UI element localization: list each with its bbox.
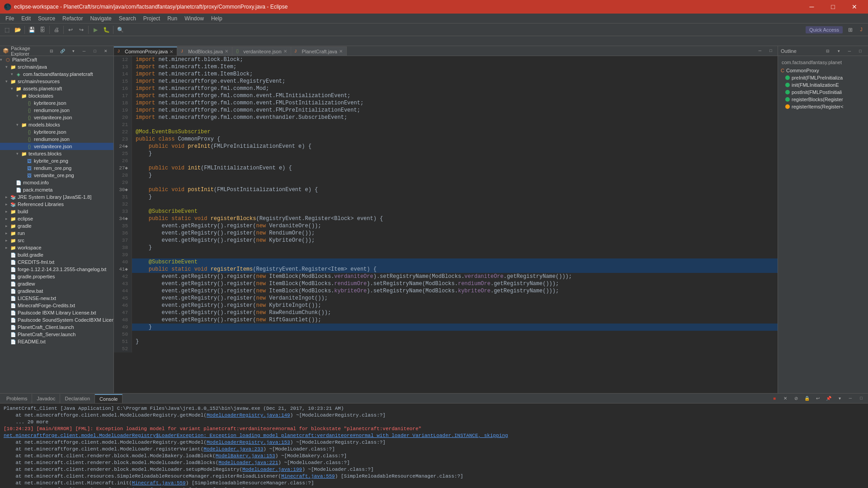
tree-item-rendium-ore-png[interactable]: 🖼 rendium_ore.png	[0, 164, 113, 172]
quick-access-button[interactable]: Quick Access	[806, 26, 843, 33]
save-all-button[interactable]: 🗄	[38, 25, 47, 35]
tab-modblocks[interactable]: J ModBlocks.java ✕	[177, 47, 232, 56]
tree-item-src[interactable]: ▸ 📁 src	[0, 237, 113, 244]
link-with-editor-btn[interactable]: 🔗	[57, 46, 67, 56]
view-menu-btn[interactable]: ▾	[68, 46, 78, 56]
tab-close-commonproxy[interactable]: ✕	[170, 49, 173, 54]
tree-item-pack-mcmeta[interactable]: 📄 pack.mcmeta	[0, 186, 113, 193]
outline-item-registeritems[interactable]: registerItems(Register<	[778, 103, 868, 110]
console-link-7[interactable]: Minecraft.java:559	[281, 474, 335, 479]
console-scroll-lock-btn[interactable]: 🔒	[802, 393, 812, 403]
menu-refactor[interactable]: Refactor	[59, 14, 86, 23]
tree-item-rendiumore-json1[interactable]: {} rendiumore.json	[0, 107, 113, 114]
console-output[interactable]: PlanetCraft_Client [Java Application] C:…	[0, 404, 868, 488]
tab-close-modblocks[interactable]: ✕	[225, 49, 228, 54]
tab-problems[interactable]: Problems	[2, 394, 32, 403]
search-button[interactable]: 🔍	[115, 25, 125, 35]
tree-item-readmetxt[interactable]: 📄 README.txt	[0, 338, 113, 345]
outline-collapse-btn[interactable]: ⊟	[823, 46, 833, 56]
tab-close-planetcraft[interactable]: ✕	[339, 49, 343, 54]
tree-item-kybrite-ore-png[interactable]: 🖼 kybrite_ore.png	[0, 157, 113, 164]
close-view-btn[interactable]: ✕	[101, 46, 111, 56]
menu-run[interactable]: Run	[164, 14, 181, 23]
maximize-button[interactable]: □	[823, 0, 843, 14]
tree-item-workspace[interactable]: ▸ 📁 workspace	[0, 244, 113, 251]
tree-item-paulscode1[interactable]: 📄 Paulscode IBXM Library License.txt	[0, 309, 113, 316]
save-button[interactable]: 💾	[27, 25, 37, 35]
console-link-4[interactable]: ModelBakery.java:153	[216, 453, 275, 459]
menu-edit[interactable]: Edit	[18, 14, 34, 23]
console-minimize-btn[interactable]: ─	[845, 393, 855, 403]
tree-item-verdaniteore-json2[interactable]: {} verdaniteore.json	[0, 143, 113, 150]
tree-item-planetcraftserver[interactable]: 📄 PlanetCraft_Server.launch	[0, 331, 113, 338]
tab-javadoc[interactable]: Javadoc	[32, 394, 60, 403]
tree-item-verdaniteore-json1[interactable]: {} verdaniteore.json	[0, 114, 113, 121]
tree-item-rendiumore-json2[interactable]: {} rendiumore.json	[0, 136, 113, 143]
tree-item-mcforgecredits[interactable]: 📄 MinecraftForge-Credits.txt	[0, 302, 113, 309]
tree-item-kybriteore-json1[interactable]: {} kybriteore.json	[0, 99, 113, 107]
tree-item-kybriteore-json2[interactable]: {} kybriteore.json	[0, 128, 113, 136]
menu-source[interactable]: Source	[34, 14, 59, 23]
menu-help[interactable]: Help	[208, 14, 226, 23]
tree-item-gradle[interactable]: ▸ 📁 gradle	[0, 222, 113, 230]
tree-item-paulscode2[interactable]: 📄 Paulscode SoundSystem CodecIBXM Licens…	[0, 316, 113, 324]
undo-button[interactable]: ↩	[66, 25, 75, 35]
console-word-wrap-btn[interactable]: ↩	[813, 393, 823, 403]
console-view-menu-btn[interactable]: ▾	[835, 393, 844, 403]
tab-close-verdaniteore[interactable]: ✕	[283, 49, 287, 54]
tree-item-buildgradle[interactable]: 📄 build.gradle	[0, 251, 113, 258]
tab-verdaniteore-json[interactable]: {} verdaniteore.json ✕	[232, 47, 291, 56]
console-maximize-btn[interactable]: □	[856, 393, 866, 403]
code-editor[interactable]: 12 import net.minecraft.block.Block; 13 …	[114, 56, 778, 393]
minimize-button[interactable]: ─	[802, 0, 822, 14]
outline-minimize-btn[interactable]: ─	[844, 46, 854, 56]
console-clear-btn[interactable]: ⊘	[791, 393, 801, 403]
tab-planetcraft[interactable]: J PlanetCraft.java ✕	[291, 47, 347, 56]
tree-item-run[interactable]: ▸ 📁 run	[0, 230, 113, 237]
tree-item-comfacts[interactable]: ▾ ◈ com.factsandfantasy.planetcraft	[0, 70, 113, 78]
outline-item-init[interactable]: init(FMLInitializationE	[778, 81, 868, 89]
console-link-2[interactable]: ModelLoaderRegistry.java:153	[207, 440, 290, 445]
outline-item-preinit[interactable]: preInit(FMLPreInitializa	[778, 74, 868, 81]
tree-item-forgechangelog[interactable]: 📄 forge-1.12.2-14.23.1.2555-changelog.tx…	[0, 266, 113, 273]
console-link-main[interactable]: net.minecraftforge.client.model.ModelLoa…	[4, 433, 508, 438]
outline-item-registerblocks[interactable]: registerBlocks(Register	[778, 96, 868, 103]
editor-minimize-btn[interactable]: ─	[755, 46, 765, 56]
outline-view-menu-btn[interactable]: ▾	[834, 46, 844, 56]
console-pin-btn[interactable]: 📌	[824, 393, 834, 403]
tree-item-jre[interactable]: ▸ 📚 JRE System Library [JavaSE-1.8]	[0, 193, 113, 201]
perspectives-button[interactable]: ⊞	[845, 25, 855, 35]
menu-navigate[interactable]: Navigate	[86, 14, 115, 23]
tree-item-planetcraft[interactable]: ▾ ⬡ PlanetCraft	[0, 56, 113, 63]
maximize-view-btn[interactable]: □	[90, 46, 100, 56]
tab-declaration[interactable]: Declaration	[60, 394, 95, 403]
console-link-1[interactable]: ModelLoaderRegistry.java:149	[207, 413, 290, 418]
tree-item-textures-blocks[interactable]: ▾ 📁 textures.blocks	[0, 150, 113, 157]
tree-item-blockstates[interactable]: ▾ 📁 blockstates	[0, 92, 113, 99]
java-perspective[interactable]: J	[856, 25, 866, 35]
tree-item-srcmainjava[interactable]: ▾ 📁 src/main/java	[0, 63, 113, 70]
collapse-all-btn[interactable]: ⊟	[47, 46, 57, 56]
tree-item-assetsplanet[interactable]: ▾ 📁 assets.planetcraft	[0, 85, 113, 92]
menu-window[interactable]: Window	[181, 14, 208, 23]
console-link-3[interactable]: ModelLoader.java:233	[203, 446, 263, 452]
tree-item-mcmod-info[interactable]: 📄 mcmod.info	[0, 179, 113, 186]
tree-item-models-blocks[interactable]: ▾ 📁 models.blocks	[0, 121, 113, 128]
tree-item-srcmainres[interactable]: ▾ 📁 src/main/resources	[0, 78, 113, 85]
console-link-6[interactable]: ModelLoader.java:199	[242, 467, 302, 472]
menu-project[interactable]: Project	[140, 14, 164, 23]
debug-button[interactable]: 🐛	[101, 25, 111, 35]
tree-item-gradlew[interactable]: 📄 gradlew	[0, 280, 113, 287]
tree-item-build[interactable]: ▸ 📁 build	[0, 208, 113, 215]
tab-commonproxy[interactable]: J CommonProxy.java ✕	[114, 47, 177, 56]
console-link-8[interactable]: Minecraft.java:559	[132, 480, 186, 486]
console-terminate-btn[interactable]: ■	[769, 393, 779, 403]
tree-item-referenced-libraries[interactable]: ▸ 📚 Referenced Libraries	[0, 201, 113, 208]
outline-item-postinit[interactable]: postInit(FMLPostInitiali	[778, 89, 868, 96]
outline-item-class[interactable]: C CommonProxy	[778, 67, 868, 74]
tree-item-planetcraftclient[interactable]: 📄 PlanetCraft_Client.launch	[0, 324, 113, 331]
menu-search[interactable]: Search	[115, 14, 140, 23]
close-button[interactable]: ✕	[844, 0, 864, 14]
redo-button[interactable]: ↪	[76, 25, 86, 35]
run-button[interactable]: ▶	[90, 25, 100, 35]
